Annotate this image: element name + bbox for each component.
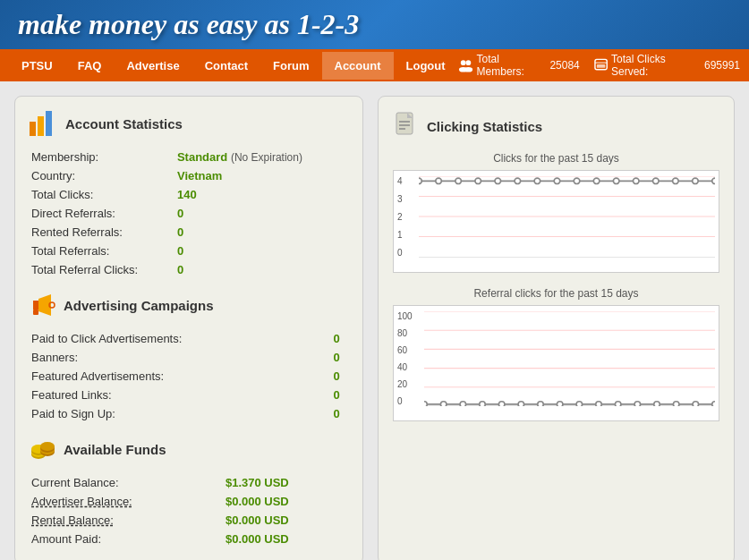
advertiser-balance-row: Advertiser Balance: $0.000 USD [31, 493, 346, 510]
nav-logout[interactable]: Logout [394, 52, 458, 80]
chart2-svg [424, 311, 715, 406]
available-funds-table: Current Balance: $1.370 USD Advertiser B… [30, 472, 348, 549]
y-label-1: 1 [397, 230, 415, 240]
available-funds-header: Available Funds [30, 437, 348, 462]
nav-account[interactable]: Account [322, 52, 394, 80]
membership-row: Membership: Standard (No Expiration) [31, 148, 346, 165]
total-clicks-num: 140 [177, 188, 197, 201]
clicking-statistics-header: Clicking Statistics [393, 111, 719, 141]
membership-value: Standard (No Expiration) [177, 148, 346, 165]
svg-point-0 [460, 60, 465, 65]
ptc-row: Paid to Click Advertisements: 0 [31, 330, 346, 347]
svg-point-59 [576, 402, 583, 406]
advertiser-balance-value: $0.000 USD [226, 493, 346, 510]
members-icon [458, 58, 473, 72]
direct-referrals-value: 0 [177, 205, 346, 222]
advertising-campaigns-table: Paid to Click Advertisements: 0 Banners:… [30, 328, 348, 424]
country-label: Country: [31, 167, 175, 184]
y2-label-60: 60 [397, 345, 421, 355]
rented-ref-num: 0 [177, 225, 183, 239]
svg-point-29 [419, 178, 421, 183]
nav-forum[interactable]: Forum [260, 52, 321, 80]
total-members-stat: Total Members: 25084 [458, 53, 580, 78]
amount-paid-amount: $0.000 USD [226, 532, 289, 546]
total-clicks-value: 140 [177, 186, 346, 203]
country-name: Vietnam [177, 169, 222, 182]
coins-icon [30, 437, 56, 462]
svg-point-42 [673, 178, 679, 183]
featured-ads-num: 0 [334, 369, 340, 383]
total-clicks-label: Total Clicks: [31, 186, 175, 203]
svg-point-40 [633, 178, 639, 183]
y-label-0: 0 [397, 248, 415, 258]
rental-balance-row: Rental Balance: $0.000 USD [31, 512, 346, 529]
rental-balance-amount: $0.000 USD [226, 513, 289, 527]
total-members-label: Total Members: [477, 53, 547, 78]
svg-marker-7 [33, 301, 38, 310]
rental-balance-value: $0.000 USD [226, 512, 346, 529]
svg-point-34 [515, 178, 521, 183]
featured-links-value: 0 [334, 386, 346, 403]
total-clicks-label: Total Clicks Served: [611, 53, 701, 78]
current-balance-value: $1.370 USD [226, 474, 346, 491]
svg-point-1 [465, 60, 471, 65]
svg-point-37 [574, 178, 580, 183]
svg-point-44 [712, 178, 715, 183]
current-balance-label: Current Balance: [31, 474, 224, 491]
svg-point-18 [40, 442, 55, 451]
referral-clicks-chart-container: Referral clicks for the past 15 days 100… [393, 287, 719, 421]
membership-type: Standard [177, 150, 227, 164]
nav-contact[interactable]: Contact [192, 52, 260, 80]
paid-signup-label: Paid to Sign Up: [31, 405, 332, 422]
nav-links: PTSU FAQ Advertise Contact Forum Account… [9, 52, 458, 80]
svg-point-57 [538, 402, 544, 406]
ptc-num: 0 [334, 332, 340, 345]
direct-referrals-row: Direct Referrals: 0 [31, 205, 346, 222]
chart1-y-axis: 4 3 2 1 0 [397, 176, 415, 258]
ptc-label: Paid to Click Advertisements: [31, 330, 332, 347]
total-referral-clicks-row: Total Referral Clicks: 0 [31, 261, 346, 278]
banner-title: make money as easy as 1-2-3 [18, 8, 359, 41]
current-balance-row: Current Balance: $1.370 USD [31, 474, 346, 491]
y-label-4: 4 [397, 176, 415, 186]
featured-ads-row: Featured Advertisements: 0 [31, 368, 346, 385]
chart2-title: Referral clicks for the past 15 days [393, 287, 719, 300]
nav-ptsu[interactable]: PTSU [9, 52, 65, 80]
nav-advertise[interactable]: Advertise [114, 52, 192, 80]
svg-point-32 [475, 178, 481, 183]
membership-expiry: (No Expiration) [231, 151, 302, 164]
banner: make money as easy as 1-2-3 [0, 0, 749, 49]
clicks-icon [594, 58, 608, 72]
document-icon [393, 111, 420, 141]
total-referrals-value: 0 [177, 242, 346, 259]
featured-ads-label: Featured Advertisements: [31, 368, 332, 385]
advertising-campaigns-header: Advertising Campaigns [30, 293, 348, 318]
paid-signup-num: 0 [334, 407, 340, 420]
svg-point-66 [712, 402, 715, 406]
svg-point-30 [436, 178, 442, 183]
svg-point-38 [593, 178, 600, 183]
left-panel: Account Statistics Membership: Standard … [14, 96, 363, 560]
amount-paid-row: Amount Paid: $0.000 USD [31, 530, 346, 547]
banners-row: Banners: 0 [31, 349, 346, 366]
current-balance-amount: $1.370 USD [226, 476, 289, 489]
nav-faq[interactable]: FAQ [65, 52, 115, 80]
svg-rect-9 [33, 310, 38, 315]
svg-point-60 [596, 402, 602, 406]
svg-point-55 [498, 402, 505, 406]
banners-label: Banners: [31, 349, 332, 366]
rented-referrals-value: 0 [177, 224, 346, 241]
svg-point-61 [615, 402, 621, 406]
svg-point-62 [634, 402, 641, 406]
paid-signup-value: 0 [334, 405, 346, 422]
total-ref-clicks-num: 0 [177, 263, 183, 276]
direct-ref-num: 0 [177, 207, 183, 220]
y2-label-40: 40 [397, 362, 421, 372]
y-label-2: 2 [397, 212, 415, 222]
banners-value: 0 [334, 349, 346, 366]
svg-rect-6 [597, 64, 605, 68]
svg-point-43 [693, 178, 699, 183]
total-referral-clicks-label: Total Referral Clicks: [31, 261, 175, 278]
membership-label: Membership: [31, 148, 175, 165]
country-row: Country: Vietnam [31, 167, 346, 184]
